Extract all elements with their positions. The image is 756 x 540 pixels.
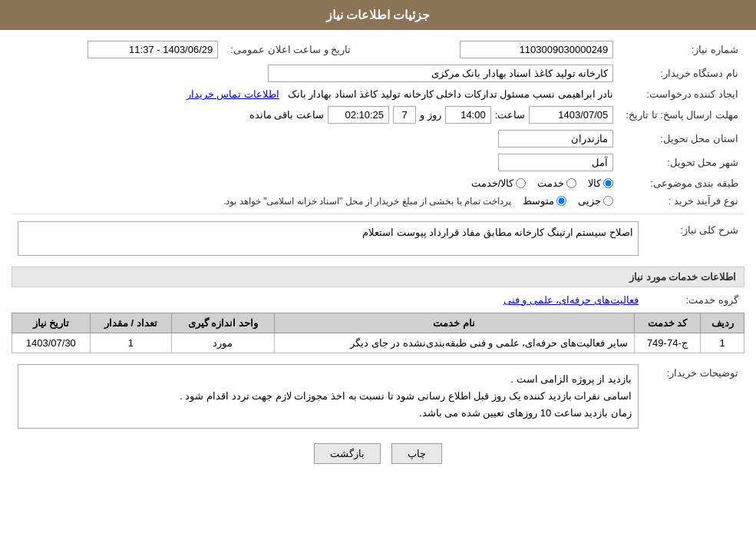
services-table: ردیف کد خدمت نام خدمت واحد اندازه گیری ت… (12, 313, 744, 353)
back-button[interactable]: بازگشت (314, 443, 381, 464)
creator-label: ایجاد کننده درخواست: (619, 85, 744, 103)
category-khadamat-radio[interactable] (566, 178, 576, 188)
purchase-type-mota-label: متوسط (523, 195, 554, 207)
category-khadamat: خدمت (537, 177, 576, 189)
city-value: آمل (12, 151, 619, 174)
category-both: کالا/خدمت (471, 177, 527, 189)
province-field: مازندران (498, 130, 613, 147)
col-name: نام خدمت (274, 313, 634, 333)
service-group-label: گروه خدمت: (645, 291, 744, 309)
separator-1 (12, 214, 744, 214)
services-section-title: اطلاعات خدمات مورد نیاز (12, 267, 744, 287)
creator-text: نادر ابراهیمی نسب مسئول تداركات داخلی کا… (288, 88, 614, 100)
city-label: شهر محل تحویل: (619, 151, 744, 174)
purchase-type-label: نوع فرآیند خرید : (619, 192, 744, 210)
need-description-label: شرح کلی نیاز: (645, 218, 744, 259)
cell-code: ج-74-749 (634, 333, 700, 353)
announcement-label: تاریخ و ساعت اعلان عمومی: (224, 38, 357, 61)
buyer-notes-label: توضیحات خریدار: (645, 361, 744, 432)
deadline-days-label: روز و (420, 109, 441, 121)
col-code: کد خدمت (634, 313, 700, 333)
need-description-table: شرح کلی نیاز: اصلاح سیستم ارتینگ کارخانه… (12, 218, 744, 259)
category-both-label: کالا/خدمت (471, 177, 514, 189)
buyer-notes-text: بازدید از پروژه الزامی است . اسامی نفرات… (180, 373, 632, 419)
main-content: شماره نیاز: 1103009030000249 تاریخ و ساع… (0, 30, 756, 483)
deadline-time-label: ساعت: (495, 109, 526, 121)
service-group-value: فعالیت‌های حرفه‌ای، علمی و فنی (12, 291, 645, 309)
buyer-notes-value: بازدید از پروژه الزامی است . اسامی نفرات… (12, 361, 645, 432)
buyer-org-label: نام دستگاه خریدار: (619, 61, 744, 85)
buyer-notes-table: توضیحات خریدار: بازدید از پروژه الزامی ا… (12, 361, 744, 432)
buyer-org-field: کارخانه تولید کاغذ اسناد بهادار بانک مرک… (268, 65, 613, 82)
purchase-type-mota: متوسط (523, 195, 566, 207)
col-row: ردیف (701, 313, 744, 333)
city-field: آمل (498, 154, 613, 171)
purchase-type-mota-radio[interactable] (556, 196, 566, 206)
service-group-link[interactable]: فعالیت‌های حرفه‌ای، علمی و فنی (503, 294, 639, 306)
col-unit: واحد اندازه گیری (171, 313, 274, 333)
category-kala: کالا (588, 177, 613, 189)
category-row: طبقه بندی موضوعی: کالا خدمت (12, 174, 744, 192)
category-kala-label: کالا (588, 177, 601, 189)
deadline-value: 1403/07/05 ساعت: 14:00 روز و 7 02:10:25 … (12, 103, 619, 127)
table-row: 1 ج-74-749 سایر فعالیت‌های حرفه‌ای، علمی… (12, 333, 744, 353)
services-header-row: ردیف کد خدمت نام خدمت واحد اندازه گیری ت… (12, 313, 744, 333)
creator-link[interactable]: اطلاعات تماس خریدار (187, 88, 279, 100)
category-khadamat-label: خدمت (537, 177, 564, 189)
cell-quantity: 1 (90, 333, 171, 353)
cell-unit: مورد (171, 333, 274, 353)
cell-date: 1403/07/30 (12, 333, 91, 353)
purchase-type-row: نوع فرآیند خرید : جزیی متوسط پرداخت تمام… (12, 192, 744, 210)
announcement-field: 1403/06/29 - 11:37 (87, 41, 218, 58)
deadline-time-field: 14:00 (445, 106, 491, 124)
buyer-notes-row: توضیحات خریدار: بازدید از پروژه الزامی ا… (12, 361, 744, 432)
purchase-type-note: پرداخت تمام یا بخشی از مبلغ خریدار از مح… (223, 196, 511, 207)
category-kala-radio[interactable] (603, 178, 613, 188)
deadline-remaining-field: 02:10:25 (328, 106, 389, 124)
category-options: کالا خدمت کالا/خدمت (12, 174, 619, 192)
deadline-date-field: 1403/07/05 (529, 106, 613, 124)
need-number-label: شماره نیاز: (619, 38, 744, 61)
need-number-row: شماره نیاز: 1103009030000249 تاریخ و ساع… (12, 38, 744, 61)
category-both-radio[interactable] (516, 178, 526, 188)
need-description-row: شرح کلی نیاز: اصلاح سیستم ارتینگ کارخانه… (12, 218, 744, 259)
page-container: جزئیات اطلاعات نیاز شماره نیاز: 11030090… (0, 0, 756, 540)
deadline-remaining-label: ساعت باقی مانده (249, 109, 324, 121)
col-quantity: تعداد / مقدار (90, 313, 171, 333)
purchase-type-jozi-radio[interactable] (603, 196, 613, 206)
buyer-org-row: نام دستگاه خریدار: کارخانه تولید کاغذ اس… (12, 61, 744, 85)
deadline-row: مهلت ارسال پاسخ: تا تاریخ: 1403/07/05 سا… (12, 103, 744, 127)
need-description-value: اصلاح سیستم ارتینگ کارخانه مطابق مفاد قر… (12, 218, 645, 259)
page-header: جزئیات اطلاعات نیاز (0, 0, 756, 30)
purchase-type-jozi-label: جزیی (578, 195, 601, 207)
purchase-type-jozi: جزیی (578, 195, 613, 207)
info-table: شماره نیاز: 1103009030000249 تاریخ و ساع… (12, 38, 744, 210)
purchase-type-options: جزیی متوسط پرداخت تمام یا بخشی از مبلغ خ… (12, 192, 619, 210)
print-button[interactable]: چاپ (391, 443, 442, 464)
buttons-row: چاپ بازگشت (12, 443, 744, 464)
need-number-value: 1103009030000249 (372, 38, 619, 61)
page-title: جزئیات اطلاعات نیاز (326, 8, 431, 22)
need-description-box: اصلاح سیستم ارتینگ کارخانه مطابق مفاد قر… (18, 221, 639, 256)
col-date: تاریخ نیاز (12, 313, 91, 333)
buyer-org-value: کارخانه تولید کاغذ اسناد بهادار بانک مرک… (12, 61, 619, 85)
province-row: استان محل تحویل: مازندران (12, 127, 744, 151)
need-description-text: اصلاح سیستم ارتینگ کارخانه مطابق مفاد قر… (362, 227, 633, 238)
category-label: طبقه بندی موضوعی: (619, 174, 744, 192)
deadline-label: مهلت ارسال پاسخ: تا تاریخ: (619, 103, 744, 127)
province-value: مازندران (12, 127, 619, 151)
deadline-days-field: 7 (393, 106, 416, 124)
buyer-notes-box: بازدید از پروژه الزامی است . اسامی نفرات… (18, 364, 639, 429)
service-group-table: گروه خدمت: فعالیت‌های حرفه‌ای، علمی و فن… (12, 291, 744, 309)
creator-value: نادر ابراهیمی نسب مسئول تداركات داخلی کا… (12, 85, 619, 103)
cell-name: سایر فعالیت‌های حرفه‌ای، علمی و فنی طبقه… (274, 333, 634, 353)
cell-row: 1 (701, 333, 744, 353)
city-row: شهر محل تحویل: آمل (12, 151, 744, 174)
province-label: استان محل تحویل: (619, 127, 744, 151)
creator-row: ایجاد کننده درخواست: نادر ابراهیمی نسب م… (12, 85, 744, 103)
need-number-field: 1103009030000249 (460, 41, 613, 58)
announcement-value: 1403/06/29 - 11:37 (12, 38, 224, 61)
service-group-row: گروه خدمت: فعالیت‌های حرفه‌ای، علمی و فن… (12, 291, 744, 309)
